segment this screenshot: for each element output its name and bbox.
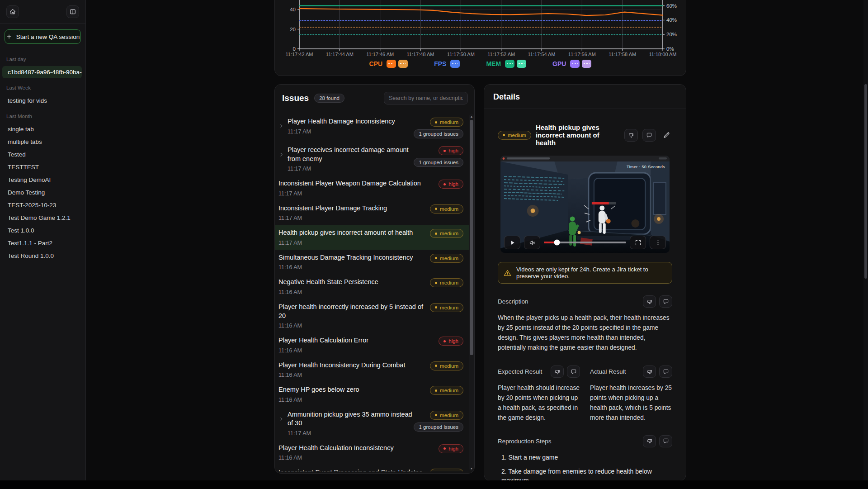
issues-scrollbar: ▲ ▼ [469,114,474,471]
issue-row[interactable]: Enemy HP goes below zero11:16 AMmedium [275,382,469,407]
actual-comment-button[interactable] [659,366,672,378]
comment-icon [663,438,669,444]
video-more-button[interactable] [650,236,666,249]
legend-swatch[interactable] [387,60,396,68]
title-comment-button[interactable] [642,129,656,142]
svg-text:11:17:58 AM: 11:17:58 AM [609,52,636,57]
issue-time: 11:16 AM [278,455,439,461]
legend-label: CPU [369,60,383,67]
issue-title: Inconsistent Player Weapon Damage Calcul… [278,179,439,188]
video-progress-knob[interactable] [554,240,560,246]
actual-thumbs-down-button[interactable] [643,366,656,378]
legend-swatch[interactable] [582,60,591,68]
sidebar-session-item[interactable]: Test1.1.1 - Part2 [2,237,82,249]
description-text: When the player picks up a health pack, … [498,313,672,353]
video-play-button[interactable] [504,236,520,249]
expected-thumbs-down-button[interactable] [551,366,564,378]
scroll-up-arrow-icon[interactable]: ▲ [469,114,474,119]
pencil-icon [663,131,670,139]
video-mute-button[interactable] [524,236,540,249]
issue-title: Player Health Calculation Inconsistency [278,444,439,453]
issue-row[interactable]: Inconsistent Player Damage Tracking11:17… [275,200,469,225]
title-thumbs-down-button[interactable] [624,129,638,142]
legend-swatch[interactable] [505,60,514,68]
sidebar-session-item[interactable]: Test 1.0.0 [2,224,82,237]
description-comment-button[interactable] [659,295,672,308]
chevron-right-icon[interactable] [278,146,288,159]
expected-comment-button[interactable] [567,366,580,378]
sidebar-session-item[interactable]: Testing DemoAI [2,174,82,186]
legend-swatch[interactable] [517,60,526,68]
video-fullscreen-button[interactable] [630,236,646,249]
steps-thumbs-down-button[interactable] [643,435,656,447]
sidebar-session-item[interactable]: c1bd8487-9a96-48fb-90ba-d... [2,66,82,78]
thumbs-down-icon [554,369,561,375]
description-thumbs-down-button[interactable] [643,295,656,308]
issue-title: Player Health Calculation Error [278,336,439,345]
detail-severity-badge: medium [498,131,531,140]
issue-row[interactable]: Player Health Calculation Inconsistency1… [275,440,469,465]
svg-text:11:17:54 AM: 11:17:54 AM [528,52,556,57]
grouped-issues-badge: 1 grouped issues [414,129,463,138]
home-button[interactable] [6,5,19,18]
video-retention-warning: Videos are only kept for 24h. Create a J… [498,262,672,284]
details-panel: Details medium Health pickup gives incor… [484,84,686,481]
comment-icon [663,299,669,305]
sidebar-session-item[interactable]: testing for vids [2,95,82,107]
legend-toggle-gpu[interactable]: GPU [552,60,591,68]
legend-swatch[interactable] [570,60,580,68]
page-scrollbar [863,0,868,480]
issue-row[interactable]: Negative Health State Persistence11:16 A… [275,274,469,299]
issue-title: Simultaneous Damage Tracking Inconsisten… [278,253,430,262]
sidebar-session-item[interactable]: TEST-2025-10-23 [2,199,82,211]
steps-comment-button[interactable] [659,435,672,447]
sidebar-session-item[interactable]: Test Demo Game 1.2.1 [2,212,82,224]
issues-search-input[interactable] [384,92,468,104]
issue-title: Player receives incorrect damage amount … [288,146,414,163]
legend-swatch[interactable] [450,60,460,68]
issue-row[interactable]: Inconsistent Event Processing and State … [275,465,469,471]
sidebar-session-item[interactable]: Test Round 1.0.0 [2,250,82,262]
severity-badge: medium [430,229,463,238]
sidebar-session-item[interactable]: Demo Testing [2,186,82,199]
issue-row[interactable]: Simultaneous Damage Tracking Inconsisten… [275,250,469,275]
issues-count-badge: 28 found [314,94,344,103]
issue-row[interactable]: Inconsistent Player Weapon Damage Calcul… [275,176,469,200]
scroll-down-arrow-icon[interactable]: ▼ [469,466,474,470]
thumbs-down-icon [646,369,653,375]
issue-row[interactable]: Player Health Inconsistency During Comba… [275,357,469,382]
severity-badge: high [439,444,463,453]
bug-video-player[interactable]: Timer : 50 Seconds [500,156,670,253]
issue-title: Player Health Inconsistency During Comba… [278,361,430,370]
svg-text:20: 20 [290,27,296,32]
issues-scrollbar-thumb[interactable] [470,120,473,355]
sidebar-session-item[interactable]: Tested [2,148,82,161]
issue-row[interactable]: Health pickup gives incorrect amount of … [275,225,469,250]
sidebar-session-item[interactable]: single tab [2,123,82,135]
issue-time: 11:17 AM [288,430,414,437]
new-qa-session-button[interactable]: Start a new QA session [5,29,81,44]
actual-result-text: Player health increases by 25 points whe… [590,383,672,423]
issue-row[interactable]: Player Health Damage Inconsistency11:17 … [275,114,469,142]
sidebar-toggle-button[interactable] [66,5,79,18]
video-progress-bar[interactable] [544,242,626,243]
page-scrollbar-thumb[interactable] [864,84,867,279]
chevron-right-icon[interactable] [278,410,288,424]
edit-title-button[interactable] [660,129,672,142]
issue-time: 11:17 AM [278,190,439,197]
issue-row[interactable]: Player Health Calculation Error11:16 AMh… [275,332,469,357]
issue-row[interactable]: Ammunition pickup gives 35 ammo instead … [275,407,469,440]
legend-toggle-mem[interactable]: MEM [486,60,526,68]
legend-swatch[interactable] [398,60,408,68]
play-icon [509,239,516,246]
issue-row[interactable]: Player receives incorrect damage amount … [275,142,469,176]
issue-time: 11:17 AM [288,128,414,135]
legend-toggle-cpu[interactable]: CPU [369,60,408,68]
sidebar-session-item[interactable]: TESTTEST [2,161,82,173]
sidebar-session-item[interactable]: multiple tabs [2,136,82,148]
issue-title: Enemy HP goes below zero [278,385,430,394]
severity-badge: medium [430,469,463,471]
chevron-right-icon[interactable] [278,117,288,131]
issue-row[interactable]: Player health incorrectly increased by 5… [275,299,469,332]
legend-toggle-fps[interactable]: FPS [434,60,460,68]
